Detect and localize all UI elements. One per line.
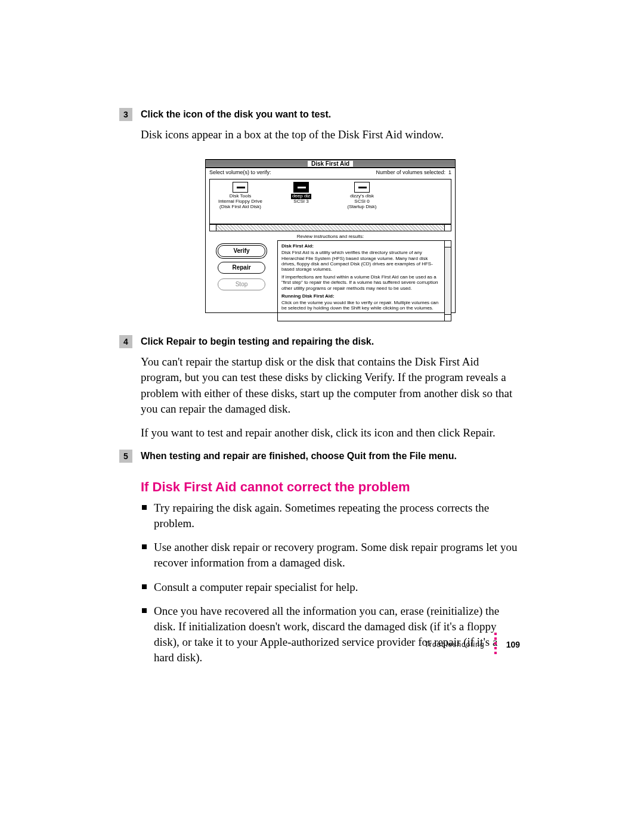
- step-3: 3 Click the icon of the disk you want to…: [119, 107, 520, 121]
- volume-list: Disk Tools Internal Floppy Drive (Disk F…: [209, 179, 451, 224]
- scroll-right-icon[interactable]: [444, 224, 451, 231]
- window-header-row: Select volume(s) to verify: Number of vo…: [206, 168, 455, 176]
- volumes-selected-label: Number of volumes selected: 1: [376, 169, 451, 175]
- body-text: Disk icons appear in a box at the top of…: [141, 127, 520, 143]
- body-text: You can't repair the startup disk or the…: [141, 354, 520, 417]
- document-page: 3 Click the icon of the disk you want to…: [0, 0, 644, 833]
- horizontal-scrollbar[interactable]: [209, 224, 451, 231]
- step-number-badge: 4: [119, 335, 132, 348]
- disk-first-aid-window: Disk First Aid Select volume(s) to verif…: [205, 159, 456, 313]
- scroll-left-icon[interactable]: [209, 224, 216, 231]
- action-buttons: Verify Repair Stop: [209, 240, 274, 321]
- step-number-badge: 3: [119, 108, 132, 121]
- step-title: When testing and repair are finished, ch…: [141, 450, 457, 463]
- page-footer: Troubleshooting 109: [425, 635, 520, 654]
- results-paragraph: If imperfections are found within a volu…: [281, 274, 439, 291]
- results-paragraph: Disk First Aid is a utility which verifi…: [281, 250, 439, 272]
- volume-note: (Disk First Aid Disk): [210, 205, 271, 210]
- scroll-up-icon[interactable]: [444, 240, 451, 247]
- hard-drive-icon: [354, 182, 370, 193]
- stop-button: Stop: [218, 278, 265, 290]
- footer-section-name: Troubleshooting: [425, 641, 485, 648]
- list-item: Consult a computer repair specialist for…: [141, 580, 520, 595]
- results-heading: Disk First Aid:: [281, 243, 439, 249]
- vertical-scrollbar[interactable]: [444, 240, 451, 321]
- select-volumes-label: Select volume(s) to verify:: [209, 169, 271, 175]
- results-text: Disk First Aid: Disk First Aid is a util…: [281, 243, 447, 311]
- step-title: Click the icon of the disk you want to t…: [141, 109, 331, 121]
- review-label: Review instructions and results:: [206, 234, 455, 239]
- section-heading: If Disk First Aid cannot correct the pro…: [141, 479, 520, 495]
- volume-item[interactable]: dizzy's disk SCSI 0 (Startup Disk): [332, 179, 392, 224]
- page-number: 109: [506, 640, 520, 649]
- repair-button[interactable]: Repair: [218, 262, 265, 274]
- window-lower: Verify Repair Stop Disk First Aid: Disk …: [209, 240, 451, 321]
- list-item: Use another disk repair or recovery prog…: [141, 540, 520, 571]
- volume-item[interactable]: deep diz SCSI 3: [271, 179, 332, 224]
- volume-note: (Startup Disk): [332, 205, 392, 210]
- hard-drive-icon: [293, 182, 309, 193]
- body-text: If you want to test and repair another d…: [141, 425, 520, 441]
- step-4: 4 Click Repair to begin testing and repa…: [119, 335, 520, 348]
- scroll-down-icon[interactable]: [444, 314, 451, 321]
- results-paragraph: Click on the volume you would like to ve…: [281, 300, 439, 311]
- window-titlebar: Disk First Aid: [206, 160, 455, 168]
- list-item: Try repairing the disk again. Sometimes …: [141, 500, 520, 531]
- volume-item[interactable]: Disk Tools Internal Floppy Drive (Disk F…: [210, 179, 271, 224]
- step-number-badge: 5: [119, 450, 132, 463]
- window-title: Disk First Aid: [308, 160, 353, 167]
- step-title: Click Repair to begin testing and repair…: [141, 336, 374, 348]
- step-4-body: You can't repair the startup disk or the…: [141, 354, 520, 441]
- floppy-drive-icon: [233, 182, 248, 193]
- step-3-body: Disk icons appear in a box at the top of…: [141, 127, 520, 313]
- verify-button[interactable]: Verify: [218, 245, 265, 257]
- results-heading: Running Disk First Aid:: [281, 293, 439, 299]
- volume-location: SCSI 3: [271, 199, 332, 205]
- results-pane: Disk First Aid: Disk First Aid is a util…: [277, 240, 451, 321]
- footer-dots-icon: [494, 633, 497, 654]
- step-5: 5 When testing and repair are finished, …: [119, 449, 520, 463]
